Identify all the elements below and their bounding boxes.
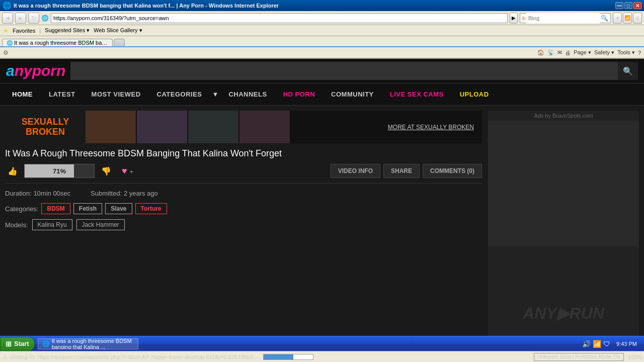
taskbar-ie-window[interactable]: 🌐 It was a rough threesome BDSM banging …	[38, 338, 138, 347]
site-nav: HOME LATEST MOST VIEWED CATEGORIES ▼ CHA…	[0, 83, 644, 106]
tag-fetish[interactable]: Fetish	[73, 203, 102, 214]
header-search: 🔍	[70, 62, 638, 80]
nav-upload[interactable]: UPLOAD	[452, 83, 497, 105]
forward-button[interactable]: ►	[15, 13, 26, 24]
volume-icon[interactable]: 🔊	[582, 340, 591, 347]
ad-panel: Ads by BravoSpots.com ANY▶RUN	[488, 111, 639, 346]
header-search-button[interactable]: 🔍	[618, 62, 638, 80]
active-tab[interactable]: 🌐 It was a rough threesome BDSM banging …	[2, 39, 113, 46]
refresh-button[interactable]: ↻	[28, 13, 39, 24]
tab-bar: 🌐 It was a rough threesome BDSM banging …	[0, 36, 644, 47]
nav-live-sex[interactable]: LIVE SEX CAMS	[382, 83, 452, 105]
thumbs-up-button[interactable]: 👍	[5, 164, 20, 178]
add-to-favorites-button[interactable]: ★	[613, 13, 622, 24]
security-icon[interactable]: 🛡	[603, 340, 610, 347]
toolbar-bar: ⚙ 🏠 📡 ✉ 🖨 Page ▾ Safety ▾ Tools ▾ ?	[0, 47, 644, 58]
duration-label: Duration:	[5, 190, 32, 197]
promo-thumb-4[interactable]	[239, 111, 290, 143]
nav-latest[interactable]: LATEST	[41, 83, 84, 105]
nav-community[interactable]: COMMUNITY	[323, 83, 382, 105]
share-button[interactable]: SHARE	[383, 164, 420, 178]
safety-menu[interactable]: Safety ▾	[594, 49, 614, 56]
suggested-sites-link[interactable]: Suggested Sites ▾	[45, 27, 90, 34]
promo-banner: SEXUALLYBROKEN MORE AT SEXUALLY BROKEN	[5, 111, 482, 143]
tag-slave[interactable]: Slave	[105, 203, 132, 214]
page-menu[interactable]: Page ▾	[574, 49, 591, 56]
ad-slot-2: ANY▶RUN	[488, 250, 639, 346]
bing-search-icon[interactable]: 🔍	[601, 15, 608, 22]
model-kalina-ryu[interactable]: Kalina Ryu	[32, 219, 72, 230]
submitted-label: Submitted:	[91, 190, 122, 197]
promo-logo[interactable]: SEXUALLYBROKEN	[5, 111, 86, 143]
promo-thumb-1[interactable]	[86, 111, 136, 143]
nav-categories[interactable]: CATEGORIES	[149, 83, 210, 105]
start-label: Start	[14, 340, 29, 346]
promo-link[interactable]: MORE AT SEXUALLY BROKEN	[380, 124, 482, 131]
heart-button[interactable]: ♥ +	[122, 166, 133, 176]
nav-categories-dropdown[interactable]: ▼	[210, 83, 221, 105]
content-right: Ads by BravoSpots.com ANY▶RUN	[488, 111, 639, 346]
tab-title: It was a rough threesome BDSM banging th…	[14, 40, 113, 46]
address-input[interactable]	[51, 13, 508, 23]
address-go-button[interactable]: ▶	[510, 13, 518, 24]
promo-thumb-3[interactable]	[188, 111, 238, 143]
comments-button[interactable]: COMMENTS (0)	[423, 164, 482, 178]
heart-icon: ♥	[122, 166, 127, 176]
favorites-link[interactable]: Favorites	[13, 28, 35, 34]
promo-logo-text: SEXUALLYBROKEN	[22, 117, 69, 137]
logo-text-a: a	[6, 62, 15, 79]
minimize-button[interactable]: —	[615, 2, 623, 9]
tab-favicon: 🌐	[7, 40, 13, 46]
ad-slot-1	[488, 121, 639, 246]
network-icon[interactable]: 📶	[593, 340, 601, 347]
title-bar: 🌐 It was a rough threesome BDSM banging …	[0, 0, 644, 11]
close-button[interactable]: ✕	[633, 2, 641, 9]
start-button[interactable]: ⊞ Start	[0, 337, 35, 347]
help-button[interactable]: ?	[638, 50, 641, 56]
submitted-value: 2 years ago	[124, 190, 158, 197]
nav-home[interactable]: HOME	[4, 83, 41, 105]
nav-channels[interactable]: CHANNELS	[220, 83, 275, 105]
tag-bdsm[interactable]: BDSM	[41, 203, 70, 214]
ad-label: Ads by BravoSpots.com	[488, 111, 639, 121]
ad-watermark: ANY▶RUN	[488, 250, 639, 346]
taskbar-right: 🔊 📶 🛡 9:43 PM	[578, 340, 644, 347]
tools-home-button[interactable]: 🏠	[537, 49, 544, 56]
thumbs-up-icon: 👍	[8, 166, 18, 176]
web-slice-link[interactable]: Web Slice Gallery ▾	[94, 27, 142, 34]
maximize-button[interactable]: □	[624, 2, 632, 9]
promo-thumb-2[interactable]	[137, 111, 187, 143]
print-button[interactable]: 🖨	[633, 13, 642, 24]
thumbs-down-icon: 👎	[101, 166, 111, 176]
models-label: Models:	[5, 221, 28, 229]
models-row: Models: Kalina Ryu Jack Hammer	[5, 219, 482, 230]
tag-torture[interactable]: Torture	[135, 203, 167, 214]
video-meta: Duration: 10min 00sec Submitted: 2 years…	[5, 190, 482, 197]
nav-most-viewed[interactable]: MOST VIEWED	[84, 83, 149, 105]
tools-menu[interactable]: Tools ▾	[617, 49, 635, 56]
model-jack-hammer[interactable]: Jack Hammer	[76, 219, 125, 230]
tools-feed-button[interactable]: 📡	[547, 49, 554, 56]
categories-row: Categories: BDSM Fetish Slave Torture	[5, 203, 482, 214]
duration-meta: Duration: 10min 00sec	[5, 190, 70, 197]
back-button[interactable]: ◄	[2, 13, 13, 24]
rating-pill: 71%	[24, 164, 95, 178]
video-info-button[interactable]: VIDEO INFO	[331, 164, 380, 178]
heart-count: +	[130, 168, 133, 175]
nav-bar: ◄ ► ↻ 🌐 ▶ b 🔍 ★ 📶 🖨	[0, 11, 644, 25]
submitted-meta: Submitted: 2 years ago	[91, 190, 158, 197]
rss-button[interactable]: 📶	[623, 13, 632, 24]
page-container: anyporn 🔍 HOME LATEST MOST VIEWED CATEGO…	[0, 59, 644, 346]
site-logo[interactable]: anyporn	[6, 62, 65, 79]
tools-mail-button[interactable]: ✉	[557, 49, 562, 56]
browser-chrome: 🌐 It was a rough threesome BDSM banging …	[0, 0, 644, 59]
tools-print-button[interactable]: 🖨	[565, 50, 571, 56]
nav-hd-porn[interactable]: HD PORN	[275, 83, 323, 105]
system-tray: 🔊 📶 🛡	[582, 340, 610, 347]
favorites-bar: ★ Favorites | Suggested Sites ▾ Web Slic…	[0, 25, 644, 36]
taskbar-clock: 9:43 PM	[613, 340, 640, 347]
new-tab-button[interactable]: +	[114, 39, 125, 46]
bing-search-input[interactable]	[526, 13, 600, 23]
header-search-input[interactable]	[70, 62, 618, 80]
thumbs-down-button[interactable]: 👎	[99, 164, 114, 178]
